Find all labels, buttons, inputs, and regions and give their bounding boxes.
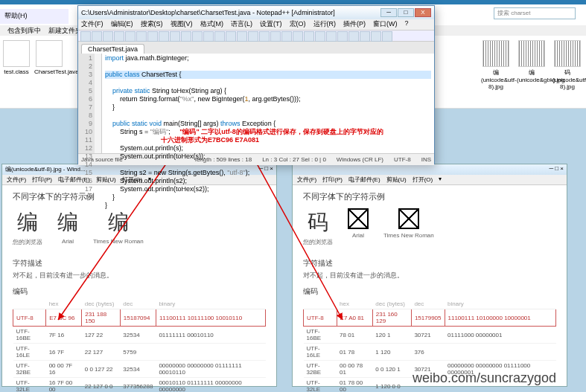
menu-item[interactable]: 宏(O) bbox=[290, 19, 306, 30]
watermark: weibo.com/suncrazygod bbox=[413, 370, 556, 386]
table-row: UTF-8E7 A0 81231 160 1291517990511100111… bbox=[304, 309, 556, 327]
glyph-sample: 编您的浏览器 bbox=[13, 208, 42, 246]
menu-item[interactable]: 插件(P) bbox=[343, 19, 366, 30]
explorer-menu[interactable]: 帮助(H) bbox=[0, 9, 69, 24]
file-item[interactable]: 码 (unicode&utf-8).jpg bbox=[552, 40, 582, 90]
maximize-button[interactable]: □ bbox=[398, 8, 414, 17]
file-list-right: 编 (unicode&utf-8).jpg 编 (unicode&gbk).jp… bbox=[481, 40, 582, 90]
toolbar-icon[interactable] bbox=[226, 31, 236, 42]
section-heading: 编码 bbox=[303, 286, 556, 297]
toolbar-icon[interactable] bbox=[92, 31, 102, 42]
file-list-left: test.class CharsetTest.java bbox=[1, 40, 74, 75]
glyph-row: 码您的浏览器ArialTimes New Roman bbox=[303, 208, 556, 246]
code-area[interactable]: import java.math.BigInteger; public clas… bbox=[102, 54, 434, 153]
viewer-body: 不同字体下的字符示例 编您的浏览器编Arial编Times New Roman … bbox=[2, 185, 276, 392]
toolbar-icon[interactable] bbox=[136, 31, 147, 42]
window-title: C:\Users\Administrator\Desktop\charset\C… bbox=[81, 9, 335, 16]
image-icon bbox=[518, 40, 545, 67]
menu-item[interactable]: 文件(F) bbox=[81, 19, 103, 30]
menu-item[interactable]: 打印(P) bbox=[32, 176, 52, 184]
minimize-button[interactable]: ─ bbox=[380, 8, 397, 17]
window-titlebar[interactable]: C:\Users\Administrator\Desktop\charset\C… bbox=[78, 6, 434, 19]
fold-margin[interactable] bbox=[95, 54, 102, 153]
toolbar-icon[interactable] bbox=[170, 31, 180, 42]
glyph-row: 编您的浏览器编Arial编Times New Roman bbox=[13, 208, 266, 246]
npp-menubar[interactable]: 文件(F)编辑(E)搜索(S)视图(V)格式(M)语言(L)设置(T)宏(O)运… bbox=[78, 19, 434, 30]
menu-item[interactable]: 搜索(S) bbox=[141, 19, 163, 30]
section-heading: 编码 bbox=[13, 286, 266, 297]
file-icon bbox=[3, 40, 30, 67]
file-label: test.class bbox=[4, 68, 28, 75]
window-controls[interactable]: ─ □ × bbox=[549, 165, 564, 174]
image-icon bbox=[483, 40, 509, 67]
glyph-sample: 码您的浏览器 bbox=[303, 208, 333, 246]
image-icon bbox=[554, 40, 581, 67]
toolbar-icon[interactable] bbox=[147, 31, 158, 42]
window-controls: ─ □ X bbox=[380, 8, 431, 17]
toolbar-icon[interactable] bbox=[259, 31, 270, 42]
file-item[interactable]: 编 (unicode&gbk).jpg bbox=[517, 40, 547, 90]
file-item[interactable]: 编 (unicode&utf-8).jpg bbox=[481, 40, 511, 90]
toolbar-icon[interactable] bbox=[80, 31, 91, 42]
toolbar-icon[interactable] bbox=[103, 31, 113, 42]
search-input[interactable]: 搜索 charset bbox=[494, 7, 576, 19]
code-editor[interactable]: 123456789101112131415161718 import java.… bbox=[78, 54, 434, 153]
toolbar-icon[interactable] bbox=[293, 31, 303, 42]
menu-item[interactable]: 文件(F) bbox=[7, 176, 26, 184]
table-row: UTF-32LE16 7F 00 0022 127 0 037735628800… bbox=[13, 378, 266, 393]
toolbar-icon[interactable] bbox=[237, 31, 247, 42]
viewer-body: 不同字体下的字符示例 码您的浏览器ArialTimes New Roman 字符… bbox=[293, 185, 567, 392]
toolbar-icon[interactable] bbox=[382, 31, 392, 42]
file-item[interactable]: CharsetTest.java bbox=[34, 40, 64, 75]
toolbar-icon[interactable] bbox=[360, 31, 370, 42]
toolbar-icon[interactable] bbox=[114, 31, 124, 42]
menu-item[interactable]: 设置(T) bbox=[260, 19, 282, 30]
table-row: UTF-32BE00 00 7F 160 0 127 2232534000000… bbox=[13, 361, 266, 378]
menu-item[interactable]: ? bbox=[405, 19, 409, 30]
close-button[interactable]: X bbox=[415, 8, 431, 17]
toolbar-icon[interactable] bbox=[315, 31, 325, 42]
toolbar-icon[interactable] bbox=[304, 31, 314, 42]
toolbar-icon[interactable] bbox=[248, 31, 258, 42]
toolbar-icon[interactable] bbox=[203, 31, 214, 42]
section-heading: 字符描述 bbox=[13, 258, 266, 269]
table-row: UTF-16BE78 01120 13072101111000 00000001 bbox=[304, 327, 556, 344]
file-item[interactable]: test.class bbox=[1, 40, 31, 75]
toolbar-icon[interactable] bbox=[181, 31, 191, 42]
notepadpp-window: C:\Users\Administrator\Desktop\charset\C… bbox=[77, 5, 435, 164]
toolbar-icon[interactable] bbox=[337, 31, 348, 42]
table-row: UTF-16BE7F 16127 223253401111111 0001011… bbox=[13, 327, 266, 344]
tab-active[interactable]: CharsetTest.java bbox=[81, 44, 144, 54]
file-label: CharsetTest.java bbox=[34, 68, 79, 75]
glyph-sample: Arial bbox=[348, 208, 369, 246]
toolbar-icon[interactable] bbox=[192, 31, 203, 42]
npp-tabbar[interactable]: CharsetTest.java bbox=[78, 42, 434, 54]
toolbar-icon[interactable] bbox=[270, 31, 281, 42]
menu-item[interactable]: 窗口(W) bbox=[373, 19, 398, 30]
toolbar-icon[interactable] bbox=[348, 31, 359, 42]
table-row: UTF-16LE16 7F22 1275759 bbox=[13, 344, 266, 361]
toolbar-icon[interactable] bbox=[214, 31, 225, 42]
line-gutter: 123456789101112131415161718 bbox=[78, 54, 95, 153]
menu-item[interactable]: 格式(M) bbox=[200, 19, 224, 30]
toolbar-icon[interactable] bbox=[159, 31, 169, 42]
npp-toolbar[interactable] bbox=[78, 30, 434, 42]
menu-item[interactable]: 语言(L) bbox=[231, 19, 252, 30]
toolbar-icon[interactable] bbox=[326, 31, 337, 42]
file-icon bbox=[36, 40, 63, 67]
toolbar-icon[interactable] bbox=[125, 31, 136, 42]
encoding-table: hexdec (bytes)decbinaryUTF-8E7 BC 96231 … bbox=[13, 299, 266, 392]
toolbar-icon[interactable] bbox=[371, 31, 381, 42]
include-button[interactable]: 包含到库中 bbox=[7, 27, 41, 34]
window-title: 编(unicode&utf-8).jpg - Wind... bbox=[5, 165, 86, 174]
description-text: 对不起，目前没有进一步的消息。 bbox=[13, 271, 266, 280]
section-heading: 字符描述 bbox=[303, 258, 556, 269]
description-text: 对不起，目前没有进一步的消息。 bbox=[303, 271, 556, 280]
menu-item[interactable]: 编辑(E) bbox=[111, 19, 133, 30]
file-label: 编 (unicode&utf-8).jpg bbox=[481, 69, 517, 90]
toolbar-icon[interactable] bbox=[281, 31, 292, 42]
table-row: UTF-8E7 BC 96231 188 1501518709411100111… bbox=[13, 309, 266, 327]
menu-item[interactable]: 运行(R) bbox=[313, 19, 337, 30]
menu-item[interactable]: 视图(V) bbox=[171, 19, 193, 30]
glyph-sample: Times New Roman bbox=[383, 208, 434, 246]
